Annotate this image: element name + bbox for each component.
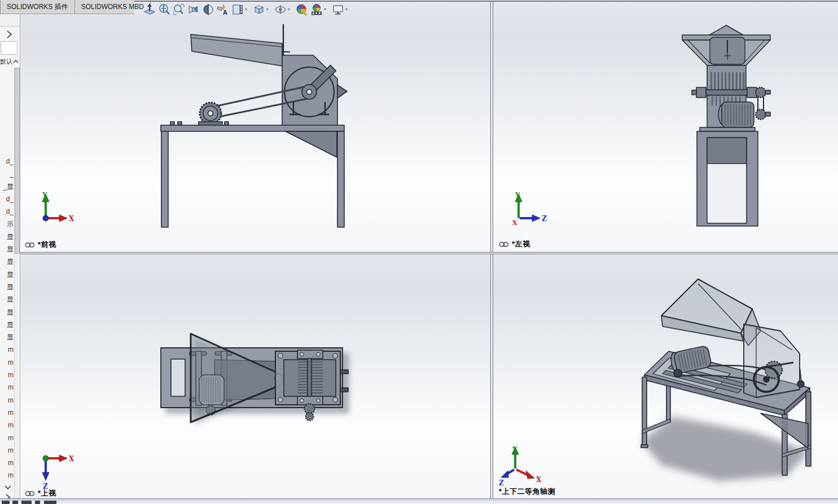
tree-item[interactable]: m — [0, 457, 14, 469]
discharge-chute — [286, 131, 337, 157]
hide-show-items-icon[interactable] — [273, 2, 288, 17]
table-top — [161, 125, 344, 131]
tree-item[interactable]: m — [0, 419, 14, 431]
previous-view-icon[interactable] — [186, 2, 201, 17]
svg-text:Y: Y — [42, 192, 47, 200]
tab-solidworks-mbd[interactable]: SOLIDWORKS MBD — [75, 0, 151, 14]
headsup-view-toolbar: A ▾ ▾ — [142, 1, 349, 18]
hide-show-items-dropdown[interactable]: ▾ — [288, 7, 290, 12]
tree-item[interactable]: 显 — [0, 255, 14, 268]
stand-panel — [707, 138, 747, 163]
viewport-left[interactable]: Y Z X *左视 — [493, 2, 838, 252]
tree-item[interactable]: m — [0, 343, 14, 356]
tab-solidworks-addins[interactable]: SOLIDWORKS 插件 — [1, 0, 75, 14]
base-plate — [700, 127, 755, 131]
view-label-top: *上视 — [25, 488, 56, 498]
collapse-chevron-icon[interactable] — [12, 59, 19, 64]
tree-item[interactable]: d_ — [0, 155, 14, 167]
configuration-label: 默认 — [0, 58, 12, 66]
svg-text:X: X — [69, 215, 74, 223]
sprocket-bottom — [756, 109, 766, 120]
zoom-to-area-icon[interactable] — [172, 2, 186, 17]
leg-front-left — [642, 377, 647, 446]
tree-item[interactable]: 显 — [0, 281, 14, 293]
tree-item[interactable]: m — [0, 394, 14, 406]
tree-item[interactable]: m — [0, 444, 14, 457]
view-label-isometric: *上下二等角轴测 — [499, 487, 555, 497]
linked-views-icon — [25, 242, 35, 248]
svg-text:X: X — [512, 219, 517, 227]
zoom-to-fit-icon[interactable] — [157, 2, 172, 17]
view-settings-icon[interactable] — [331, 2, 345, 17]
apply-scene-icon[interactable] — [309, 2, 324, 17]
panel-flyout-arrow[interactable] — [2, 29, 16, 40]
scrollbar-thumb[interactable] — [15, 68, 20, 254]
svg-text:A: A — [223, 9, 227, 16]
crusher-box-iso — [744, 324, 800, 397]
view-orientation-icon[interactable] — [252, 2, 266, 17]
statusbar-fragment — [21, 501, 32, 504]
tree-item[interactable]: 显 — [0, 243, 14, 255]
tree-item[interactable]: 显 — [0, 293, 14, 306]
viewport-splitter-vertical[interactable] — [490, 2, 493, 498]
tree-item[interactable]: 显 — [0, 331, 14, 343]
statusbar-fragment — [2, 501, 10, 504]
panel-scrollbar[interactable] — [14, 68, 20, 504]
tree-item[interactable]: 显 — [0, 319, 14, 331]
featuremanager-panel: 默认 d___显d_d_示显显显显显显显显显mmmmmmmmmmm — [0, 14, 20, 504]
table-leg-right — [337, 131, 344, 227]
view-orientation-dropdown[interactable]: ▾ — [266, 7, 269, 12]
tree-item[interactable]: 显 — [0, 268, 14, 281]
tree-item[interactable]: m — [0, 356, 14, 369]
axis-triad-top: X Z — [29, 449, 77, 492]
viewport-front[interactable]: Y X *前视 — [20, 2, 490, 252]
svg-text:Y: Y — [512, 446, 517, 454]
view-label-text: *上视 — [38, 488, 56, 498]
tree-item[interactable]: 示 — [0, 218, 14, 230]
tree-item[interactable]: 显 — [0, 231, 14, 243]
frame-opening — [171, 359, 185, 396]
view-label-text: *上下二等角轴测 — [499, 487, 555, 497]
view-label-front: *前视 — [25, 240, 56, 250]
front-view-drawing[interactable] — [20, 2, 490, 252]
tree-item[interactable]: m — [0, 369, 14, 381]
statusbar-fragment — [12, 501, 18, 504]
tree-item[interactable]: _ — [0, 167, 14, 180]
view-settings-dropdown[interactable]: ▾ — [345, 7, 348, 12]
tree-item[interactable]: _显 — [0, 180, 14, 193]
solidworks-window: Y X *前视 — [0, 0, 838, 504]
bearing-left — [696, 87, 706, 98]
dynamic-annotation-views-icon[interactable]: A — [216, 2, 230, 17]
tree-item[interactable]: m — [0, 469, 14, 481]
3d-drawing-view-icon[interactable] — [230, 2, 245, 17]
tree-item[interactable]: m — [0, 406, 14, 419]
svg-text:X: X — [536, 476, 542, 484]
normal-to-icon[interactable] — [142, 2, 157, 17]
configuration-row[interactable]: 默认 — [0, 56, 20, 67]
statusbar-fragment — [35, 501, 40, 504]
viewport-splitter-horizontal[interactable] — [20, 252, 838, 254]
axis-triad-front: Y X — [29, 191, 77, 228]
sprocket — [305, 404, 315, 414]
svg-text:X: X — [69, 455, 74, 463]
edit-appearance-icon[interactable] — [295, 2, 309, 17]
axis-triad-isometric: Y X Z — [498, 446, 547, 490]
apply-scene-dropdown[interactable]: ▾ — [324, 7, 326, 12]
motor-pulley-iso — [674, 369, 682, 377]
tree-more-chevron[interactable] — [3, 483, 12, 493]
tree-item[interactable]: m — [0, 432, 14, 444]
panel-search-box[interactable] — [1, 41, 17, 55]
linked-views-icon — [25, 490, 35, 497]
tree-item[interactable]: 显 — [0, 306, 14, 319]
tree-item[interactable]: m — [0, 381, 14, 394]
axis-triad-left: Y Z X — [502, 191, 550, 228]
section-view-icon[interactable] — [201, 2, 216, 17]
feature-tree-fragments: d___显d_d_示显显显显显显显显显mmmmmmmmmmm — [0, 155, 14, 482]
viewport-top[interactable]: X Z *上视 — [20, 254, 490, 498]
top-view-drawing[interactable] — [20, 254, 490, 498]
tree-item[interactable]: d_ — [0, 205, 14, 218]
statusbar-sliver — [0, 498, 838, 504]
tree-item[interactable]: d_ — [0, 193, 14, 205]
3d-drawing-view-dropdown[interactable]: ▾ — [245, 7, 247, 12]
viewport-isometric[interactable]: Y X Z *上下二等角轴测 — [493, 254, 838, 498]
